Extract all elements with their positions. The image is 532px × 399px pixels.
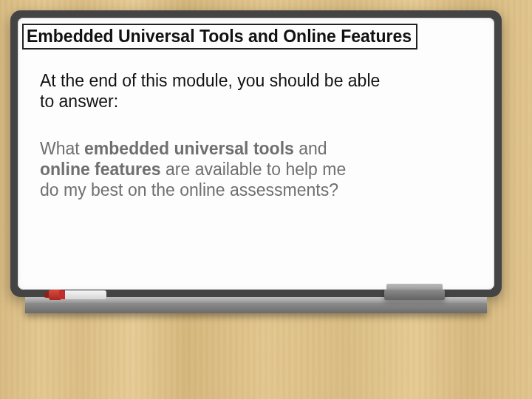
marker-band (59, 290, 65, 299)
question-bold-2: online features (40, 160, 161, 179)
question-text: What embedded universal tools and online… (40, 138, 365, 200)
eraser-base (384, 290, 445, 300)
marker-icon (49, 288, 111, 301)
whiteboard-frame: Embedded Universal Tools and Online Feat… (10, 10, 502, 297)
question-prefix: What (40, 139, 84, 158)
slide-title: Embedded Universal Tools and Online Feat… (22, 24, 417, 50)
eraser-icon (384, 284, 445, 300)
intro-text: At the end of this module, you should be… (40, 70, 387, 112)
question-mid: and (294, 139, 327, 158)
tray-front (25, 303, 487, 313)
marker-body (59, 290, 106, 299)
question-bold-1: embedded universal tools (84, 139, 294, 158)
whiteboard-surface: Embedded Universal Tools and Online Feat… (18, 18, 494, 290)
